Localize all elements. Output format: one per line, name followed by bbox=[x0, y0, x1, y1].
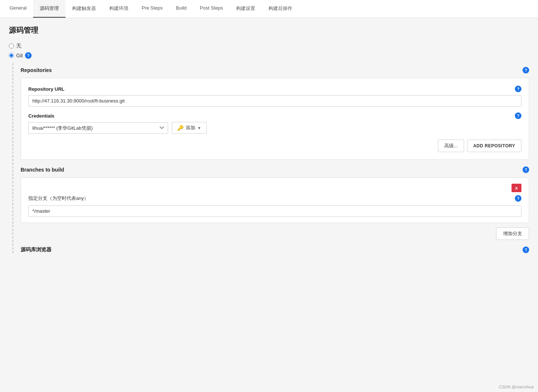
credentials-select[interactable]: lihua/****** (李华GitLab凭据) bbox=[28, 122, 168, 134]
tab-post-steps[interactable]: Post Steps bbox=[193, 0, 229, 18]
tab-build-env[interactable]: 构建环境 bbox=[103, 0, 135, 18]
branch-item-card: x 指定分支（为空时代表any） ? bbox=[21, 177, 529, 223]
branches-title: Branches to build bbox=[21, 167, 64, 173]
credentials-label: Credentials bbox=[28, 113, 54, 119]
key-icon: 🔑 bbox=[177, 125, 184, 131]
main-content: 源码管理 无 Git ? Repositories ? Repository U… bbox=[0, 18, 538, 392]
credentials-group: Credentials ? lihua/****** (李华GitLab凭据) … bbox=[28, 112, 521, 134]
credentials-label-row: Credentials ? bbox=[28, 112, 521, 119]
tab-source-mgmt[interactable]: 源码管理 bbox=[33, 0, 65, 18]
repo-url-input[interactable] bbox=[28, 95, 521, 107]
add-credentials-button[interactable]: 🔑 添加 ▼ bbox=[172, 122, 207, 134]
source-browser-title: 源码库浏览器 bbox=[21, 247, 51, 253]
repositories-header: Repositories ? bbox=[21, 67, 529, 73]
watermark: CSDN @macrohua bbox=[499, 385, 534, 389]
add-branch-row: 增加分支 bbox=[21, 227, 529, 240]
repo-action-buttons: 高级... ADD REPOSITORY bbox=[28, 140, 521, 152]
advanced-button[interactable]: 高级... bbox=[438, 140, 464, 152]
branch-field-help-icon[interactable]: ? bbox=[515, 195, 521, 202]
page-title: 源码管理 bbox=[9, 25, 529, 35]
credentials-help-icon[interactable]: ? bbox=[515, 112, 521, 119]
branch-field-label-row: 指定分支（为空时代表any） ? bbox=[28, 195, 521, 202]
radio-git-item: Git ? bbox=[9, 52, 529, 59]
tab-post-build[interactable]: 构建后操作 bbox=[262, 0, 299, 18]
add-credentials-arrow-icon: ▼ bbox=[197, 126, 201, 130]
add-branch-button[interactable]: 增加分支 bbox=[496, 227, 529, 240]
branch-field-label: 指定分支（为空时代表any） bbox=[28, 195, 89, 202]
repositories-card: Repository URL ? Credentials ? lihua/***… bbox=[21, 78, 529, 160]
branches-help-icon[interactable]: ? bbox=[523, 166, 529, 173]
tab-general[interactable]: General bbox=[3, 0, 33, 18]
repo-url-label: Repository URL bbox=[28, 86, 64, 92]
source-browser-header: 源码库浏览器 ? bbox=[21, 247, 529, 253]
tab-build[interactable]: Build bbox=[169, 0, 193, 18]
repo-url-group: Repository URL ? bbox=[28, 86, 521, 107]
add-credentials-label: 添加 bbox=[186, 125, 195, 131]
repositories-help-icon[interactable]: ? bbox=[523, 67, 529, 73]
tab-bar: General 源码管理 构建触发器 构建环境 Pre Steps Build … bbox=[0, 0, 538, 18]
radio-none-label[interactable]: 无 bbox=[16, 43, 21, 49]
tab-build-trigger[interactable]: 构建触发器 bbox=[65, 0, 103, 18]
radio-none-item: 无 bbox=[9, 43, 529, 49]
branches-header: Branches to build ? bbox=[21, 166, 529, 173]
radio-none[interactable] bbox=[9, 43, 14, 48]
credentials-row: lihua/****** (李华GitLab凭据) 🔑 添加 ▼ bbox=[28, 122, 521, 134]
git-help-icon[interactable]: ? bbox=[25, 52, 32, 59]
radio-git[interactable] bbox=[9, 53, 14, 58]
delete-branch-button[interactable]: x bbox=[512, 184, 521, 192]
radio-git-label[interactable]: Git bbox=[16, 53, 23, 58]
tab-build-settings[interactable]: 构建设置 bbox=[229, 0, 262, 18]
repositories-title: Repositories bbox=[21, 67, 52, 73]
repo-url-help-icon[interactable]: ? bbox=[515, 86, 521, 92]
branch-input[interactable] bbox=[28, 205, 521, 217]
source-browser-help-icon[interactable]: ? bbox=[523, 247, 529, 253]
tab-pre-steps[interactable]: Pre Steps bbox=[135, 0, 169, 18]
repo-url-label-row: Repository URL ? bbox=[28, 86, 521, 92]
add-repository-button[interactable]: ADD REPOSITORY bbox=[467, 140, 521, 152]
git-section: Repositories ? Repository URL ? Credenti… bbox=[13, 63, 529, 253]
source-browser-section: 源码库浏览器 ? bbox=[21, 247, 529, 253]
source-type-radio-group: 无 Git ? bbox=[9, 43, 529, 59]
branch-delete-row: x bbox=[28, 184, 521, 192]
